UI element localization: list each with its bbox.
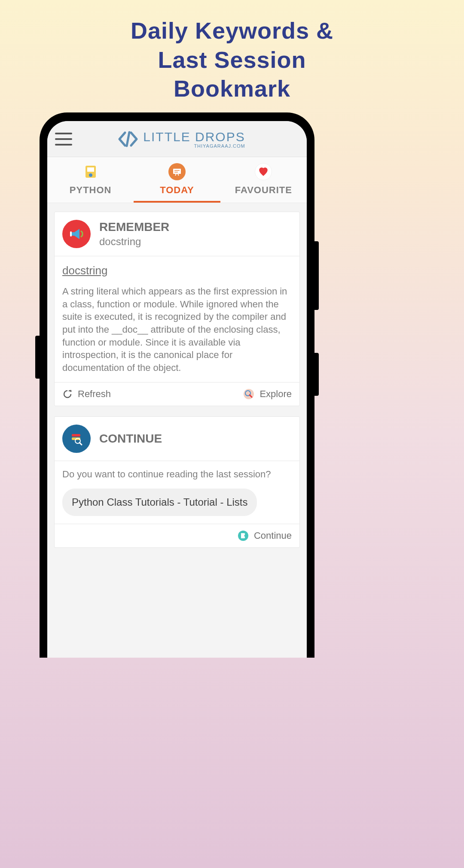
content-area: REMEMBER docstring docstring A string li… [47, 203, 307, 658]
screen: LITTLE DROPS THIYAGARAAJ.COM PYTHON [47, 121, 307, 658]
continue-icon [238, 530, 249, 541]
brand-subtitle: THIYAGARAAJ.COM [194, 143, 245, 149]
tab-label: PYTHON [47, 185, 134, 196]
continue-button[interactable]: Continue [238, 530, 292, 541]
card-body: docstring A string literal which appears… [55, 256, 299, 382]
tab-today[interactable]: TODAY [134, 157, 220, 203]
continue-card: CONTINUE Do you want to continue reading… [54, 416, 300, 548]
svg-line-0 [127, 132, 129, 146]
continue-label: Continue [254, 530, 292, 541]
heart-icon [255, 163, 272, 180]
svg-rect-4 [173, 169, 181, 174]
tabs: PYTHON TODAY [47, 157, 307, 203]
tab-favourite[interactable]: FAVOURITE [220, 157, 307, 203]
board-icon [168, 163, 186, 180]
tab-python[interactable]: PYTHON [47, 157, 134, 203]
svg-line-16 [79, 443, 82, 445]
refresh-icon [62, 389, 73, 399]
explore-icon [243, 388, 254, 400]
brand-logo[interactable]: LITTLE DROPS THIYAGARAAJ.COM [64, 130, 299, 149]
megaphone-icon [62, 220, 91, 248]
explore-button[interactable]: Explore [243, 388, 292, 400]
code-brackets-icon [117, 131, 139, 148]
card-header: CONTINUE [55, 417, 299, 461]
card-subtitle: docstring [99, 236, 169, 248]
python-icon [82, 163, 99, 180]
svg-point-3 [89, 173, 92, 177]
explore-label: Explore [259, 388, 292, 400]
svg-line-7 [175, 174, 176, 176]
card-footer: Refresh Explore [55, 382, 299, 406]
app-header: LITTLE DROPS THIYAGARAAJ.COM [47, 121, 307, 157]
brand-name: LITTLE DROPS [143, 130, 245, 144]
continue-prompt: Do you want to continue reading the last… [62, 469, 292, 480]
card-body: Do you want to continue reading the last… [55, 461, 299, 524]
book-search-icon [62, 425, 91, 453]
promo-title: Daily Keywords & Last Session Bookmark [0, 0, 464, 103]
card-title: REMEMBER [99, 220, 169, 234]
tab-label: FAVOURITE [220, 185, 307, 196]
svg-rect-2 [87, 167, 94, 172]
svg-rect-9 [70, 231, 72, 237]
phone-frame: LITTLE DROPS THIYAGARAAJ.COM PYTHON [40, 112, 314, 658]
promo-line-1: Daily Keywords & [0, 16, 464, 46]
promo-line-2: Last Session [0, 46, 464, 75]
svg-rect-13 [72, 434, 80, 437]
phone-side-button [314, 241, 319, 310]
card-title: CONTINUE [99, 432, 162, 446]
session-chip[interactable]: Python Class Tutorials - Tutorial - List… [62, 489, 257, 516]
keyword-title[interactable]: docstring [62, 264, 292, 277]
svg-line-8 [178, 174, 179, 176]
card-header: REMEMBER docstring [55, 212, 299, 256]
phone-side-button [314, 353, 319, 396]
remember-card: REMEMBER docstring docstring A string li… [54, 212, 300, 406]
promo-line-3: Bookmark [0, 74, 464, 103]
refresh-button[interactable]: Refresh [62, 388, 111, 400]
tab-label: TODAY [134, 185, 220, 196]
refresh-label: Refresh [78, 388, 111, 400]
keyword-description: A string literal which appears as the fi… [62, 285, 292, 374]
card-footer: Continue [55, 524, 299, 547]
